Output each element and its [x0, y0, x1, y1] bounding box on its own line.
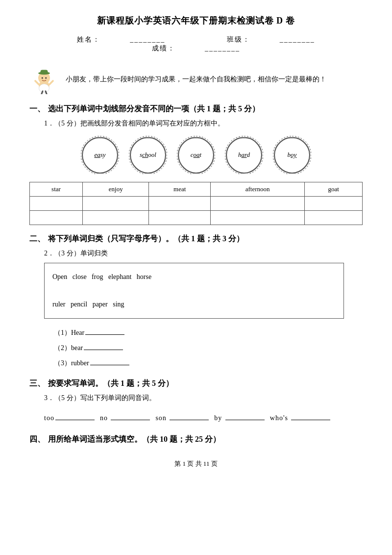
section-2-text: 将下列单词归类（只写字母序号）。（共 1 题；共 3 分） — [48, 234, 244, 244]
word-box-line2 — [52, 284, 336, 298]
blank-by — [225, 420, 265, 420]
intro-text: 小朋友，带上你一段时间的学习成果，一起来做个自我检测吧，相信你一定是最棒的！ — [66, 73, 326, 85]
q2-sub1: （1）Hear — [54, 326, 363, 341]
blank-cell-7 — [82, 211, 148, 225]
section-4-title: 四、 用所给单词适当形式填空。（共 10 题；共 25 分） — [29, 434, 363, 445]
q3-label: 3．（5 分）写出下列单词的同音词。 — [44, 394, 363, 403]
blank-cell-4 — [210, 197, 304, 211]
col-goat: goat — [305, 182, 363, 197]
score-label: 成绩：________ — [137, 45, 255, 52]
blank-too — [55, 420, 95, 420]
section-3-num: 三、 — [29, 378, 45, 389]
q2-label: 2．（3 分）单词归类 — [44, 249, 363, 258]
blank-cell-6 — [30, 211, 83, 225]
svg-line-10 — [46, 91, 47, 94]
svg-line-9 — [42, 91, 43, 94]
section-3-title: 三、 按要求写单词。（共 1 题；共 5 分） — [29, 378, 363, 389]
blank-cell-3 — [149, 197, 211, 211]
blank-cell-8 — [149, 211, 211, 225]
blank-bear — [84, 350, 123, 350]
page-title: 新课程版小学英语六年级下册期末检测试卷 D 卷 — [29, 15, 363, 26]
section-1-text: 选出下列单词中划线部分发音不同的一项（共 1 题；共 5 分） — [48, 104, 260, 114]
col-meat: meat — [149, 182, 211, 197]
col-star: star — [30, 182, 83, 197]
section-4-text: 用所给单词适当形式填空。（共 10 题；共 25 分） — [48, 434, 220, 445]
blank-cell-1 — [30, 197, 83, 211]
word-table: star enjoy meat afternoon goat — [29, 182, 363, 225]
name-label: 姓名：________ — [62, 36, 183, 43]
blank-rubber — [90, 365, 129, 365]
section-2-title: 二、 将下列单词归类（只写字母序号）。（共 1 题；共 3 分） — [29, 234, 363, 244]
q2-sub2: （2）bear — [54, 341, 363, 356]
col-afternoon: afternoon — [210, 182, 304, 197]
q3-blanks: too no son by who's — [44, 409, 363, 427]
svg-line-7 — [35, 81, 39, 85]
col-enjoy: enjoy — [82, 182, 148, 197]
blank-cell-5 — [305, 197, 363, 211]
word-box: Open close frog elephant horse ruler pen… — [44, 263, 344, 319]
intro-row: 小朋友，带上你一段时间的学习成果，一起来做个自我检测吧，相信你一定是最棒的！ — [29, 65, 363, 94]
word-box-line3: ruler pencil paper sing — [52, 298, 336, 311]
info-row: 姓名：________ 班级：________ 成绩：________ — [29, 35, 363, 53]
section-1-num: 一、 — [29, 104, 45, 114]
svg-line-8 — [49, 81, 53, 85]
blank-son — [170, 420, 209, 420]
table-blank-row-1 — [30, 197, 363, 211]
bubble-school: school — [129, 136, 167, 174]
word-box-line1: Open close frog elephant horse — [52, 270, 336, 284]
table-blank-row-2 — [30, 211, 363, 225]
mascot-icon — [29, 65, 59, 94]
q1-label: 1．（5 分）把画线部分发音相同的单词写在对应的方框中。 — [44, 119, 363, 128]
q2-sub3: （3）rubber — [54, 356, 363, 371]
svg-point-6 — [45, 77, 47, 79]
bubble-coat: coat — [177, 136, 215, 174]
svg-point-5 — [42, 77, 43, 79]
bubble-hard: hard — [225, 136, 263, 174]
word-bubbles-row: easy school coat hard boy — [29, 136, 363, 174]
section-4-num: 四、 — [29, 434, 45, 445]
blank-whos — [291, 420, 330, 420]
section-2-num: 二、 — [29, 234, 45, 244]
blank-cell-10 — [305, 211, 363, 225]
svg-point-1 — [39, 84, 49, 93]
section-1-title: 一、 选出下列单词中划线部分发音不同的一项（共 1 题；共 5 分） — [29, 104, 363, 114]
blank-no — [111, 420, 150, 420]
section-3-text: 按要求写单词。（共 1 题；共 5 分） — [48, 378, 173, 389]
blank-cell-9 — [210, 211, 304, 225]
table-header-row: star enjoy meat afternoon goat — [30, 182, 363, 197]
bubble-boy: boy — [273, 136, 311, 174]
class-label: 班级：________ — [212, 36, 330, 43]
bubble-easy: easy — [81, 136, 119, 174]
page-footer: 第 1 页 共 11 页 — [29, 459, 363, 468]
blank-cell-2 — [82, 197, 148, 211]
blank-hear — [85, 334, 124, 335]
svg-rect-4 — [41, 70, 48, 74]
sub-questions: （1）Hear （2）bear （3）rubber — [54, 326, 363, 371]
